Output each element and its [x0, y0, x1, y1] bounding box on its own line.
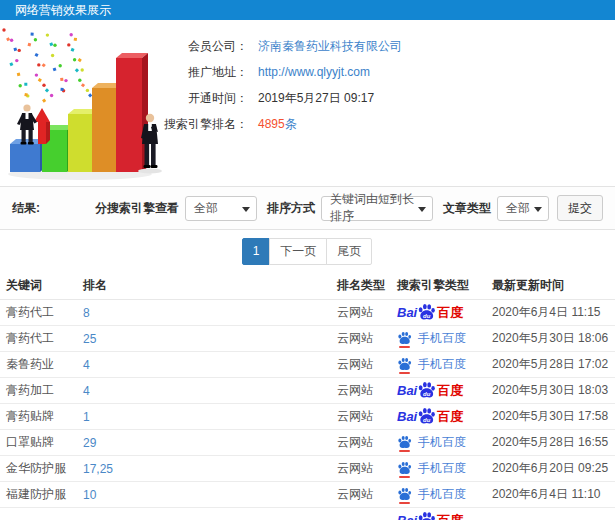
last-page-button[interactable]: 尾页: [326, 238, 372, 265]
table-row: 口罩贴牌29云网站 手机百度2020年5月28日 16:55: [0, 430, 615, 456]
engine-type-cell: Bai du 百度: [397, 407, 492, 426]
engine-type-cell: 手机百度: [397, 356, 492, 373]
updated-time-cell: 2020年5月28日 17:02: [492, 356, 615, 373]
growth-arrow-icon: [34, 108, 50, 144]
rank-type-cell: 云网站: [337, 330, 397, 347]
rank-link[interactable]: 8: [83, 306, 90, 320]
baidu-paw-icon: [397, 357, 412, 372]
open-time-row: 开通时间： 2019年5月27日 09:17: [162, 85, 615, 111]
engine-type-cell: 手机百度: [397, 486, 492, 503]
promo-url-label: 推广地址：: [162, 64, 248, 81]
col-header-rank-type: 排名类型: [337, 277, 397, 294]
updated-time-cell: 2020年6月4日 11:10: [492, 486, 615, 503]
submit-button[interactable]: 提交: [557, 195, 603, 221]
table-header-row: 关键词 排名 排名类型 搜索引擎类型 最新更新时间: [0, 272, 615, 300]
results-section-label: 结果:: [12, 200, 40, 217]
table-row: 秦鲁药业4云网站 手机百度2020年5月28日 17:02: [0, 352, 615, 378]
updated-time-cell: 2020年6月4日 11:15: [492, 304, 615, 321]
rank-type-cell: 云网站: [337, 486, 397, 503]
confetti-dots: [2, 28, 92, 102]
page-title: 网络营销效果展示: [15, 2, 111, 19]
open-time-value: 2019年5月27日 09:17: [258, 90, 374, 107]
updated-time-cell: 2020年6月20日 09:25: [492, 460, 615, 477]
keyword-cell: 福建防护服: [0, 486, 83, 503]
results-table-body: 膏药代工8云网站 Bai du 百度2020年6月4日 11:15膏药代工25云…: [0, 300, 615, 520]
member-company-link[interactable]: 济南秦鲁药业科技有限公司: [258, 38, 402, 55]
table-row: 膏药代工8云网站 Bai du 百度2020年6月4日 11:15: [0, 300, 615, 326]
keyword-cell: 膏药贴牌: [0, 408, 83, 425]
page-button-current[interactable]: 1: [242, 238, 271, 265]
rank-type-cell: 云网站: [337, 304, 397, 321]
engine-filter-select[interactable]: 全部: [185, 196, 257, 221]
rank-link[interactable]: 1: [83, 410, 90, 424]
rank-type-cell: 云网站: [337, 434, 397, 451]
baidu-paw-icon: [397, 331, 412, 346]
rank-link[interactable]: 25: [83, 332, 96, 346]
chevron-down-icon: [242, 207, 250, 212]
rank-type-cell: 云网站: [337, 408, 397, 425]
baidu-pc-logo: Bai du 百度: [397, 407, 463, 426]
keyword-cell: 膏药代工: [0, 330, 83, 347]
keyword-cell: 秦鲁药业: [0, 356, 83, 373]
baidu-paw-icon: [397, 435, 412, 450]
article-type-value: 全部: [506, 200, 530, 217]
col-header-updated-time: 最新更新时间: [492, 277, 615, 294]
sort-filter-value: 关键词由短到长排序: [330, 191, 416, 225]
baidu-mobile-logo: 手机百度: [397, 330, 466, 347]
col-header-engine-type: 搜索引擎类型: [397, 277, 492, 294]
table-row: 金华防护服17,25云网站 手机百度2020年6月20日 09:25: [0, 456, 615, 482]
results-filter-bar: 结果: 分搜索引擎查看 全部 排序方式 关键词由短到长排序 文章类型 全部 提交: [0, 186, 615, 230]
col-header-rank: 排名: [83, 277, 337, 294]
baidu-pc-logo: Bai du 百度: [397, 511, 463, 520]
updated-time-cell: 2020年5月30日 18:03: [492, 382, 615, 399]
svg-text:du: du: [423, 313, 431, 319]
article-type-select[interactable]: 全部: [497, 196, 549, 221]
svg-text:du: du: [423, 417, 431, 423]
rank-link[interactable]: 4: [83, 358, 90, 372]
table-row: 膏药代工25云网站 手机百度2020年5月30日 18:06: [0, 326, 615, 352]
bar-chart-illustration: [0, 26, 172, 182]
sort-filter-label: 排序方式: [267, 200, 315, 217]
baidu-mobile-logo: 手机百度: [397, 356, 466, 373]
rank-link[interactable]: 4: [83, 384, 90, 398]
promo-url-row: 推广地址： http://www.qlyyjt.com: [162, 59, 615, 85]
rank-link[interactable]: 10: [83, 488, 96, 502]
baidu-paw-icon: du: [417, 381, 436, 400]
baidu-paw-icon: [397, 331, 412, 346]
sort-filter-select[interactable]: 关键词由短到长排序: [321, 196, 433, 221]
baidu-paw-icon: [397, 487, 412, 502]
keyword-cell: 膏药加工: [0, 382, 83, 399]
chevron-down-icon: [534, 207, 542, 212]
engine-filter-value: 全部: [194, 200, 218, 217]
next-page-button[interactable]: 下一页: [269, 238, 327, 265]
table-row: 福建防护服10云网站 手机百度2020年6月4日 11:10: [0, 482, 615, 508]
promo-url-link[interactable]: http://www.qlyyjt.com: [258, 65, 370, 79]
table-row: 膏药加工4云网站 Bai du 百度2020年5月30日 18:03: [0, 378, 615, 404]
col-header-keyword: 关键词: [0, 277, 83, 294]
rank-link[interactable]: 17,25: [83, 462, 113, 476]
pagination: 1 下一页 尾页: [0, 230, 615, 272]
baidu-paw-icon: du: [417, 303, 436, 322]
baidu-pc-logo: Bai du 百度: [397, 381, 463, 400]
ranking-count-number: 4895: [258, 117, 285, 131]
baidu-paw-icon: [397, 461, 412, 476]
baidu-paw-icon: [397, 357, 412, 372]
ranking-count-label: 搜索引擎排名：: [162, 116, 248, 133]
engine-type-cell: Bai du 百度: [397, 381, 492, 400]
ranking-count-row: 搜索引擎排名： 4895条: [162, 111, 615, 137]
account-info-section: 会员公司： 济南秦鲁药业科技有限公司 推广地址： http://www.qlyy…: [0, 20, 615, 186]
engine-type-cell: Bai du 百度: [397, 303, 492, 322]
member-company-row: 会员公司： 济南秦鲁药业科技有限公司: [162, 33, 615, 59]
results-table: 关键词 排名 排名类型 搜索引擎类型 最新更新时间 膏药代工8云网站 Bai d…: [0, 272, 615, 520]
open-time-label: 开通时间：: [162, 90, 248, 107]
baidu-mobile-logo: 手机百度: [397, 434, 466, 451]
rank-link[interactable]: 29: [83, 436, 96, 450]
updated-time-cell: 2020年5月28日 16:55: [492, 434, 615, 451]
engine-type-cell: 手机百度: [397, 330, 492, 347]
member-company-label: 会员公司：: [162, 38, 248, 55]
updated-time-cell: 2020年5月30日 17:58: [492, 408, 615, 425]
engine-type-cell: 手机百度: [397, 460, 492, 477]
baidu-pc-logo: Bai du 百度: [397, 303, 463, 322]
window-title-bar: 网络营销效果展示: [0, 0, 615, 20]
ranking-count-unit[interactable]: 条: [285, 117, 297, 131]
